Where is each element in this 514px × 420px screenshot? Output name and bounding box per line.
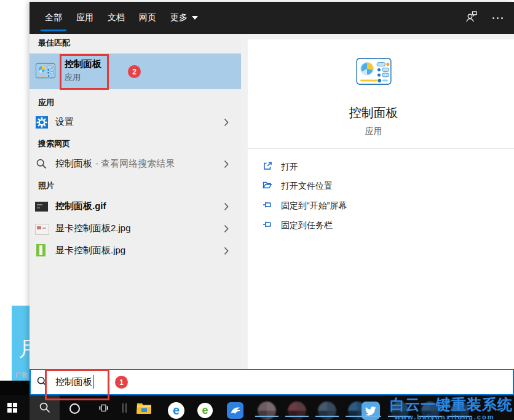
photo-filename: 显卡控制面板.jpg <box>55 245 125 256</box>
preview-panel: 控制面板 应用 打开 打开文件位置 <box>248 39 514 371</box>
filter-bar-right <box>464 2 503 34</box>
chevron-right-icon[interactable] <box>224 160 229 168</box>
tab-all[interactable]: 全部 <box>45 2 62 34</box>
ad-banner-text: 月 <box>18 335 30 363</box>
photo-filename: 控制面板.gif <box>55 200 106 212</box>
web-result-hint: - 查看网络搜索结果 <box>95 158 175 168</box>
open-launch-icon <box>263 161 272 173</box>
screen: 月 广告 全部 应用 文档 网页 更多 <box>0 0 514 420</box>
photo-thumbnail-icon <box>35 202 48 212</box>
chevron-down-icon <box>192 16 198 20</box>
photo-thumbnail-icon <box>36 244 45 256</box>
annotation-box-step2 <box>60 54 109 90</box>
tab-all-label: 全部 <box>45 12 62 23</box>
result-photo-jpg2[interactable]: 显卡控制面板2.jpg <box>30 220 241 238</box>
action-pin-to-start[interactable]: 固定到“开始”屏幕 <box>248 199 514 212</box>
pin-icon <box>263 200 272 212</box>
running-indicator <box>285 416 309 417</box>
photo-filename: 显卡控制面板2.jpg <box>55 223 131 234</box>
cortana-button[interactable] <box>69 403 80 414</box>
tab-documents-label: 文档 <box>108 12 125 23</box>
preview-title: 控制面板 <box>248 105 499 121</box>
edge-icon: e <box>173 403 180 418</box>
taskbar-app-5[interactable] <box>390 402 409 420</box>
result-photo-jpg[interactable]: 显卡控制面板.jpg <box>30 242 241 260</box>
tab-apps-label: 应用 <box>76 12 93 23</box>
best-match-header: 最佳匹配 <box>38 38 70 49</box>
browser-360-icon: e <box>202 404 208 417</box>
action-open[interactable]: 打开 <box>248 160 514 173</box>
chevron-right-icon[interactable] <box>224 118 229 127</box>
twitter-app-button[interactable] <box>362 402 380 420</box>
running-indicator <box>255 416 279 417</box>
photo-thumbnail-icon <box>35 224 49 235</box>
running-indicator <box>315 416 339 417</box>
control-panel-icon-large <box>356 58 392 85</box>
desktop-ad-banner: 月 广告 <box>12 306 30 384</box>
taskbar-separator <box>122 403 127 413</box>
taskbar-app-1[interactable] <box>258 402 276 420</box>
chevron-right-icon[interactable] <box>224 224 229 233</box>
desktop-shadow-strip <box>0 381 30 395</box>
filter-tabs: 全部 应用 文档 网页 更多 <box>45 2 198 34</box>
web-search-section-header: 搜索网页 <box>38 138 70 149</box>
bird-icon <box>229 405 242 417</box>
action-pin-to-taskbar[interactable]: 固定到任务栏 <box>248 218 514 232</box>
running-indicator <box>388 416 411 417</box>
annotation-box-step1 <box>45 369 109 400</box>
running-indicator <box>448 416 472 417</box>
tab-more-label: 更多 <box>170 12 188 23</box>
pin-icon <box>263 220 272 232</box>
task-view-button[interactable] <box>98 403 109 416</box>
tab-web[interactable]: 网页 <box>139 2 156 34</box>
feedback-user-icon[interactable] <box>464 9 479 26</box>
browser-360-button[interactable]: e <box>197 403 213 418</box>
control-panel-icon <box>36 63 55 79</box>
more-options-icon[interactable] <box>492 17 503 19</box>
chevron-right-icon[interactable] <box>224 247 229 255</box>
search-filter-bar: 全部 应用 文档 网页 更多 <box>30 2 514 34</box>
apps-section-header: 应用 <box>38 97 54 108</box>
settings-gear-icon <box>36 116 48 131</box>
search-icon <box>39 402 50 413</box>
running-indicator <box>359 416 381 417</box>
tab-apps[interactable]: 应用 <box>76 2 93 34</box>
xunlei-button[interactable] <box>227 402 243 419</box>
result-photo-gif[interactable]: 控制面板.gif <box>30 197 241 216</box>
annotation-badge-step1: 1 <box>115 376 128 389</box>
tab-more[interactable]: 更多 <box>170 2 198 34</box>
web-query-text: 控制面板 <box>55 158 92 168</box>
search-icon <box>36 159 47 169</box>
result-web-search[interactable]: 控制面板- 查看网络搜索结果 <box>30 155 241 173</box>
taskbar-app-3[interactable] <box>318 402 336 420</box>
ad-tag-label: 广告 <box>15 371 28 380</box>
annotation-badge-step2: 2 <box>128 65 141 78</box>
action-pin-start-label: 固定到“开始”屏幕 <box>281 200 347 212</box>
tab-web-label: 网页 <box>139 12 156 23</box>
action-pin-taskbar-label: 固定到任务栏 <box>281 220 333 231</box>
photos-section-header: 照片 <box>38 180 54 191</box>
settings-label: 设置 <box>55 116 74 128</box>
tab-documents[interactable]: 文档 <box>108 2 125 34</box>
preview-subtitle: 应用 <box>248 126 499 137</box>
chevron-right-icon[interactable] <box>224 202 229 211</box>
action-open-label: 打开 <box>281 162 298 173</box>
file-explorer-button[interactable] <box>136 402 152 416</box>
preview-divider <box>248 148 514 149</box>
twitter-bird-icon <box>365 405 377 417</box>
start-button[interactable] <box>7 403 17 413</box>
taskbar-app-2[interactable] <box>288 402 306 420</box>
edge-browser-button[interactable]: e <box>168 402 184 419</box>
folder-icon <box>263 180 272 192</box>
taskbar-app-6[interactable] <box>421 402 440 420</box>
action-open-file-location[interactable]: 打开文件位置 <box>248 179 514 192</box>
running-indicator <box>419 416 442 417</box>
action-open-location-label: 打开文件位置 <box>281 181 333 192</box>
taskbar-app-7[interactable] <box>451 402 469 420</box>
result-settings[interactable]: 设置 <box>30 113 241 132</box>
